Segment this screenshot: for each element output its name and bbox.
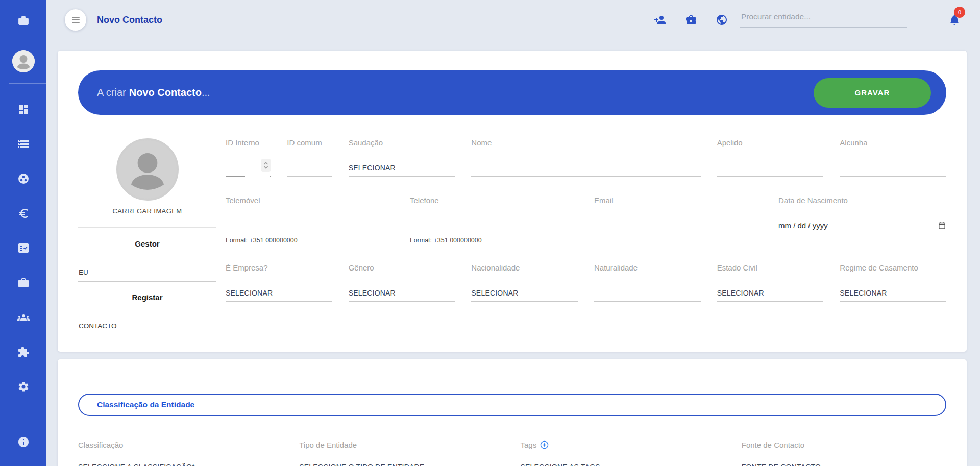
sidebar: [0, 0, 46, 466]
sidebar-divider: [9, 422, 46, 422]
user-avatar-icon: [12, 50, 35, 72]
settings-gear-icon: [17, 381, 30, 393]
register-label: Registar: [78, 293, 216, 302]
tipo-entidade-select[interactable]: SELECCIONE O TIPO DE ENTIDADE: [299, 463, 504, 466]
puzzle-icon: [17, 346, 30, 358]
email-input[interactable]: [594, 222, 762, 230]
date-placeholder: mm / dd / yyyy: [778, 221, 828, 230]
sidebar-item-finance[interactable]: [17, 207, 30, 220]
estado-civil-select[interactable]: SELECIONAR: [717, 274, 824, 302]
contact-form-card: A criar Novo Contacto ... GRAVAR CARREGA…: [58, 51, 967, 352]
upload-image-button[interactable]: CARREGAR IMAGEM: [78, 207, 216, 215]
sidebar-divider: [9, 40, 46, 40]
telefone-input[interactable]: [410, 222, 578, 230]
e-empresa-select[interactable]: SELECIONAR: [226, 274, 332, 302]
field-e-empresa: É Empresa? SELECIONAR: [226, 263, 332, 302]
briefcase-icon: [685, 14, 697, 26]
field-saudacao: Saudação SELECIONAR: [349, 138, 455, 177]
storage-list-icon: [17, 138, 30, 150]
naturalidade-input[interactable]: [594, 289, 701, 297]
avatar-upload[interactable]: [116, 138, 179, 201]
sidebar-item-briefcase[interactable]: [17, 276, 30, 289]
field-genero: Gênero SELECIONAR: [349, 263, 455, 302]
field-id-interno: ID Interno: [226, 138, 271, 177]
field-tipo-entidade: Tipo de Entidade SELECCIONE O TIPO DE EN…: [299, 439, 504, 466]
register-field[interactable]: CONTACTO: [78, 322, 216, 335]
menu-button[interactable]: [65, 9, 86, 31]
info-icon: [17, 436, 30, 448]
genero-select[interactable]: SELECIONAR: [349, 274, 455, 302]
field-apelido: Apelido: [717, 138, 824, 177]
briefcase-icon: [17, 277, 30, 289]
menu-icon: [72, 17, 80, 18]
sidebar-item-info[interactable]: [17, 435, 30, 449]
regime-casamento-select[interactable]: SELECIONAR: [840, 274, 946, 302]
nome-input[interactable]: [471, 164, 700, 172]
fields-grid: ID Interno ID comum Saudação SELECIONAR: [226, 138, 946, 335]
briefcase-outline-icon: [17, 14, 30, 27]
manager-field[interactable]: EU: [78, 268, 216, 282]
telefone-format-hint: Format: +351 000000000: [410, 237, 578, 244]
saudacao-select[interactable]: SELECIONAR: [349, 149, 455, 177]
dashboard-icon: [17, 103, 30, 115]
apelido-input[interactable]: [717, 164, 824, 172]
topbar: Novo Contacto 0: [46, 0, 980, 45]
alcunha-input[interactable]: [840, 164, 946, 172]
sidebar-divider: [9, 83, 46, 84]
profile-column: CARREGAR IMAGEM Gestor EU Registar CONTA…: [78, 138, 216, 335]
euro-icon: [17, 207, 30, 219]
globe-icon: [716, 14, 728, 26]
field-email: Email: [594, 196, 762, 244]
entity-search: [740, 12, 906, 28]
form-layout: CARREGAR IMAGEM Gestor EU Registar CONTA…: [58, 115, 967, 335]
field-classificacao: Classificação SELECCIONE A CLASSIFICAÇÃO…: [78, 439, 283, 466]
field-regime-casamento: Regime de Casamento SELECIONAR: [840, 263, 946, 302]
classification-card: Classificação da Entidade Classificação …: [58, 359, 967, 466]
field-data-nascimento: Data de Nascimento mm / dd / yyyy: [778, 196, 946, 244]
globe-button[interactable]: [716, 14, 728, 26]
tags-select[interactable]: SELECCIONE AS TAGS: [521, 463, 725, 466]
sidebar-item-people[interactable]: [17, 311, 30, 324]
sidebar-item-briefcase-outline[interactable]: [17, 14, 30, 27]
field-fonte-contacto: Fonte de Contacto FONTE DE CONTACTO...: [742, 439, 946, 466]
section-title: Classificação da Entidade: [97, 400, 194, 409]
add-tag-icon[interactable]: [540, 440, 549, 449]
add-contact-button[interactable]: [654, 14, 666, 26]
calendar-icon[interactable]: [938, 221, 946, 230]
profile-divider: [78, 227, 216, 228]
person-add-icon: [654, 14, 666, 26]
id-interno-input[interactable]: [226, 149, 271, 177]
sidebar-item-tasks[interactable]: [17, 241, 30, 255]
add-business-button[interactable]: [685, 14, 697, 26]
birthdate-input[interactable]: mm / dd / yyyy: [778, 206, 946, 234]
classification-section-header: Classificação da Entidade: [78, 394, 946, 416]
avatar-placeholder-icon: [118, 140, 177, 199]
field-nome: Nome: [471, 138, 700, 177]
id-comum-input[interactable]: [287, 164, 332, 172]
search-input[interactable]: [740, 12, 907, 28]
banner-prefix: A criar: [97, 87, 126, 99]
page: Novo Contacto 0 A criar Novo Contacto ..…: [46, 0, 980, 466]
field-telemovel: Telemóvel Format: +351 000000000: [226, 196, 394, 244]
sidebar-user-avatar[interactable]: [12, 50, 35, 72]
group-work-icon: [17, 173, 30, 185]
sidebar-item-lists[interactable]: [17, 137, 30, 151]
number-spinner[interactable]: [261, 159, 271, 172]
field-alcunha: Alcunha: [840, 138, 946, 177]
manager-label: Gestor: [78, 239, 216, 248]
nacionalidade-select[interactable]: SELECIONAR: [471, 274, 578, 302]
banner-ellipsis: ...: [202, 87, 210, 99]
sidebar-item-settings[interactable]: [17, 380, 30, 394]
save-button[interactable]: GRAVAR: [814, 78, 931, 108]
sidebar-item-extensions[interactable]: [17, 346, 30, 359]
people-group-icon: [17, 311, 30, 324]
sidebar-item-dashboard[interactable]: [17, 103, 30, 116]
classificacao-select[interactable]: SELECCIONE A CLASSIFICAÇÃO*: [78, 463, 283, 466]
fonte-contacto-select[interactable]: FONTE DE CONTACTO...: [742, 463, 946, 466]
telemovel-input[interactable]: [226, 222, 394, 230]
telemovel-format-hint: Format: +351 000000000: [226, 237, 394, 244]
spinner-arrows-icon: [263, 161, 269, 170]
field-naturalidade: Naturalidade: [594, 263, 701, 302]
page-title: Novo Contacto: [97, 15, 162, 26]
sidebar-item-assets[interactable]: [17, 172, 30, 185]
